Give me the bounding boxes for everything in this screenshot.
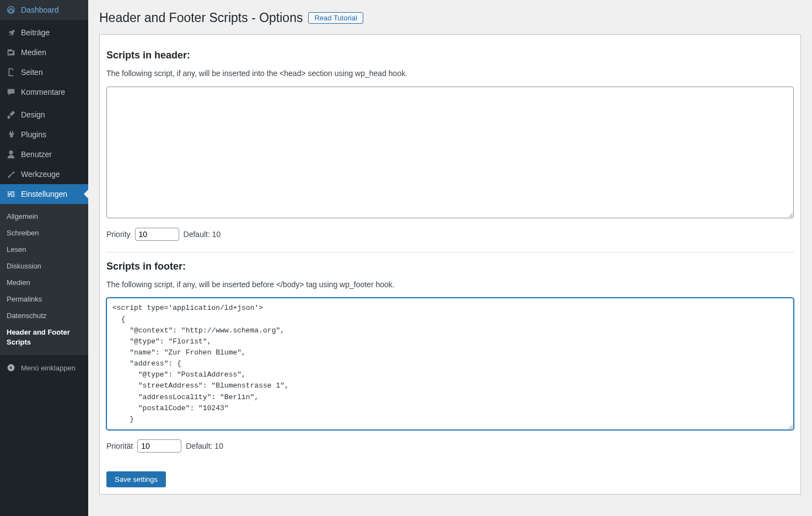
sidebar-subitem-header-footer-scripts[interactable]: Header and Footer Scripts — [0, 324, 88, 351]
sidebar-item-posts[interactable]: Beiträge — [0, 23, 88, 42]
save-settings-button[interactable]: Save settings — [106, 471, 166, 487]
pin-icon — [6, 27, 17, 38]
sidebar-subitem-reading[interactable]: Lesen — [0, 241, 88, 258]
sidebar-subitem-discussion[interactable]: Diskussion — [0, 258, 88, 275]
scripts-header-textarea[interactable] — [106, 87, 794, 219]
scripts-footer-desc: The following script, if any, will be in… — [106, 280, 794, 289]
scripts-header-section: Scripts in header: The following script,… — [106, 41, 794, 252]
sidebar-subitem-permalinks[interactable]: Permalinks — [0, 291, 88, 308]
footer-priority-label: Priorität — [106, 442, 133, 450]
sidebar-item-label: Kommentare — [21, 88, 65, 96]
options-card: Scripts in header: The following script,… — [99, 34, 801, 495]
footer-priority-default: Default: 10 — [186, 442, 223, 450]
collapse-icon — [6, 362, 17, 373]
scripts-header-heading: Scripts in header: — [106, 50, 794, 61]
sidebar-item-label: Werkzeuge — [21, 170, 60, 179]
brush-icon — [6, 109, 17, 120]
footer-priority-input[interactable] — [137, 439, 181, 453]
sidebar-item-media[interactable]: Medien — [0, 42, 88, 62]
dashboard-icon — [6, 4, 17, 15]
sidebar-item-dashboard[interactable]: Dashboard — [0, 0, 88, 20]
sidebar-item-users[interactable]: Benutzer — [0, 144, 88, 164]
wrench-icon — [6, 169, 17, 180]
sidebar-item-label: Design — [21, 110, 45, 119]
comment-icon — [6, 87, 17, 98]
sidebar-item-label: Medien — [21, 48, 46, 57]
read-tutorial-button[interactable]: Read Tutorial — [308, 12, 363, 24]
collapse-menu-button[interactable]: Menü einklappen — [0, 357, 88, 378]
sliders-icon — [6, 189, 17, 200]
sidebar-submenu-settings: AllgemeinSchreibenLesenDiskussionMedienP… — [0, 204, 88, 355]
sidebar-subitem-media[interactable]: Medien — [0, 275, 88, 291]
page-title: Header and Footer Scripts - Options — [99, 10, 303, 26]
user-icon — [6, 149, 17, 160]
sidebar-item-plugins[interactable]: Plugins — [0, 125, 88, 144]
page-icon — [6, 67, 17, 78]
header-priority-default: Default: 10 — [184, 230, 221, 239]
sidebar-subitem-privacy[interactable]: Datenschutz — [0, 308, 88, 324]
media-icon — [6, 47, 17, 58]
scripts-header-desc: The following script, if any, will be in… — [106, 69, 794, 78]
sidebar-item-label: Einstellungen — [21, 190, 67, 198]
sidebar-item-label: Benutzer — [21, 150, 52, 159]
sidebar-item-comments[interactable]: Kommentare — [0, 82, 88, 102]
sidebar-item-design[interactable]: Design — [0, 105, 88, 125]
sidebar-subitem-writing[interactable]: Schreiben — [0, 225, 88, 241]
sidebar-item-pages[interactable]: Seiten — [0, 62, 88, 82]
header-priority-label: Priority — [106, 230, 131, 239]
sidebar-item-label: Plugins — [21, 130, 46, 139]
admin-sidebar: Dashboard BeiträgeMedienSeitenKommentare… — [0, 0, 88, 516]
content-area: Header and Footer Scripts - Options Read… — [88, 0, 812, 516]
sidebar-item-settings[interactable]: Einstellungen — [0, 184, 88, 204]
collapse-label: Menü einklappen — [21, 364, 76, 372]
scripts-footer-heading: Scripts in footer: — [106, 261, 794, 272]
header-priority-input[interactable] — [135, 228, 179, 241]
sidebar-item-label: Dashboard — [21, 6, 59, 14]
sidebar-subitem-general[interactable]: Allgemein — [0, 208, 88, 225]
sidebar-item-tools[interactable]: Werkzeuge — [0, 164, 88, 184]
scripts-footer-textarea[interactable] — [106, 298, 794, 430]
plug-icon — [6, 129, 17, 140]
sidebar-item-label: Seiten — [21, 68, 43, 77]
sidebar-item-label: Beiträge — [21, 28, 50, 37]
scripts-footer-section: Scripts in footer: The following script,… — [106, 252, 794, 464]
